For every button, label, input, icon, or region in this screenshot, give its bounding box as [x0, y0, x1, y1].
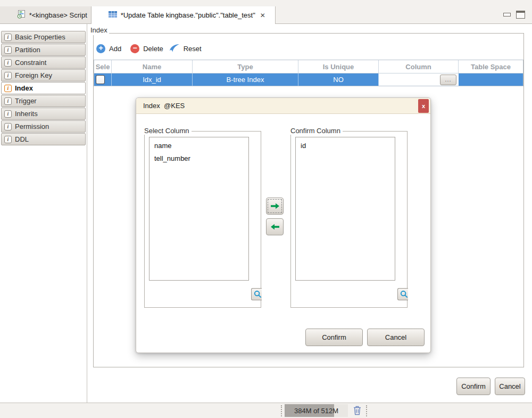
add-button[interactable]: + Add: [96, 44, 121, 53]
row-is-unique-cell[interactable]: NO: [298, 73, 379, 86]
sidebar-item-permission[interactable]: i Permission: [1, 120, 86, 133]
column-header-column: Column: [379, 60, 459, 73]
index-toolbar: + Add − Delete Reset: [96, 43, 202, 54]
row-name-cell[interactable]: Idx_id: [112, 73, 193, 86]
sidebar-item-partition[interactable]: i Partition: [1, 44, 86, 56]
index-column-dialog: Index @KES x Select Column name tell_num…: [136, 97, 431, 353]
table-row[interactable]: Idx_id B-tree Index NO ...: [94, 73, 523, 86]
sidebar-item-label: DDL: [15, 135, 29, 143]
info-icon: i: [4, 34, 12, 41]
heap-usage-text: 384M of 512M: [294, 407, 338, 415]
column-picker-ellipsis-button[interactable]: ...: [440, 75, 456, 85]
reset-button[interactable]: Reset: [169, 44, 202, 54]
tab-label: *<kingbase> Script: [29, 11, 87, 19]
sidebar-item-label: Foreign Key: [15, 71, 52, 79]
select-column-search-button[interactable]: [251, 288, 262, 300]
info-icon: i: [4, 97, 12, 105]
column-header-name: Name: [112, 60, 193, 73]
heap-status-indicator: 384M of 512M: [285, 404, 348, 417]
column-header-is-unique: Is Unique: [298, 60, 379, 73]
row-type-cell[interactable]: B-tree Index: [193, 73, 298, 86]
green-left-arrow-icon: [270, 224, 280, 230]
confirm-column-search-button[interactable]: [397, 288, 408, 300]
sidebar-item-ddl[interactable]: i DDL: [1, 133, 86, 145]
confirm-button[interactable]: Confirm: [456, 378, 491, 395]
column-header-select: Sele: [94, 60, 112, 73]
reset-swoosh-icon: [169, 44, 180, 54]
sidebar-item-label: Partition: [15, 46, 40, 54]
sidebar-item-inherits[interactable]: i Inherits: [1, 108, 86, 120]
sidebar-item-foreign-key[interactable]: i Foreign Key: [1, 69, 86, 81]
delete-icon: −: [130, 44, 139, 53]
reset-label: Reset: [184, 45, 202, 53]
table-icon: [97, 3, 117, 28]
row-column-edit-cell[interactable]: ...: [379, 73, 459, 86]
sidebar-item-constraint[interactable]: i Constraint: [1, 56, 86, 69]
confirm-column-list[interactable]: id: [295, 137, 395, 281]
index-table: Sele Name Type Is Unique Column Table Sp…: [94, 60, 523, 86]
garbage-collect-button[interactable]: [351, 404, 364, 417]
info-icon: i: [4, 123, 12, 130]
drag-grip[interactable]: [281, 405, 282, 416]
properties-sidebar: i Basic Properties i Partition i Constra…: [0, 24, 87, 403]
table-header-row: Sele Name Type Is Unique Column Table Sp…: [94, 60, 523, 73]
move-left-button[interactable]: [266, 218, 284, 235]
trash-icon: [353, 405, 362, 417]
info-icon: i: [4, 59, 12, 67]
search-icon: [400, 290, 408, 298]
sidebar-item-label: Index: [15, 84, 33, 92]
delete-label: Delete: [143, 45, 163, 53]
info-icon: i: [4, 85, 12, 92]
row-select-checkbox[interactable]: [96, 75, 105, 84]
status-bar: 384M of 512M: [0, 403, 532, 418]
list-item[interactable]: id: [296, 140, 395, 152]
tab-close-icon[interactable]: ✕: [260, 12, 265, 19]
sidebar-item-label: Inherits: [15, 110, 38, 118]
sidebar-item-label: Permission: [15, 122, 49, 130]
delete-button[interactable]: − Delete: [130, 44, 163, 53]
maximize-view-icon[interactable]: [516, 11, 525, 19]
dialog-close-button[interactable]: x: [418, 99, 429, 113]
dialog-cancel-button[interactable]: Cancel: [367, 329, 425, 346]
list-item[interactable]: name: [149, 140, 248, 152]
list-item[interactable]: tell_number: [149, 152, 248, 165]
minimize-view-icon[interactable]: [503, 13, 511, 17]
row-table-space-cell[interactable]: [459, 73, 523, 86]
sidebar-item-label: Trigger: [15, 97, 37, 105]
tab-update-table[interactable]: *Update Table kingbase."public"."table_t…: [92, 6, 276, 24]
sidebar-item-index[interactable]: i Index: [1, 82, 86, 94]
green-right-arrow-icon: [270, 203, 280, 209]
select-column-group: Select Column name tell_number: [144, 131, 261, 308]
tab-kingbase-script[interactable]: *<kingbase> Script: [0, 6, 92, 23]
sidebar-item-trigger[interactable]: i Trigger: [1, 95, 86, 107]
info-icon: i: [4, 136, 12, 143]
row-select-cell: [94, 73, 112, 86]
move-right-button[interactable]: [266, 198, 284, 215]
column-header-type: Type: [193, 60, 298, 73]
add-label: Add: [109, 45, 121, 53]
search-icon: [254, 290, 262, 298]
confirm-column-label: Confirm Column: [290, 127, 343, 135]
column-header-table-space: Table Space: [459, 60, 523, 73]
info-icon: i: [4, 46, 12, 54]
add-icon: +: [96, 44, 105, 53]
editor-tab-bar: *<kingbase> Script *Update Table kingbas…: [0, 0, 532, 24]
index-group-label: Index: [89, 26, 109, 35]
sidebar-item-label: Constraint: [15, 59, 46, 67]
confirm-column-group: Confirm Column id: [290, 131, 408, 308]
select-column-label: Select Column: [144, 127, 192, 135]
sidebar-item-basic-properties[interactable]: i Basic Properties: [1, 31, 86, 43]
tab-label: *Update Table kingbase."public"."table_t…: [121, 11, 255, 19]
sidebar-item-label: Basic Properties: [15, 33, 65, 41]
info-icon: i: [4, 72, 12, 79]
cancel-button[interactable]: Cancel: [495, 378, 525, 395]
select-column-list[interactable]: name tell_number: [149, 137, 249, 281]
info-icon: i: [4, 110, 12, 118]
drag-grip[interactable]: [366, 405, 367, 416]
dialog-confirm-button[interactable]: Confirm: [305, 329, 363, 346]
dialog-titlebar[interactable]: Index @KES: [136, 98, 430, 114]
